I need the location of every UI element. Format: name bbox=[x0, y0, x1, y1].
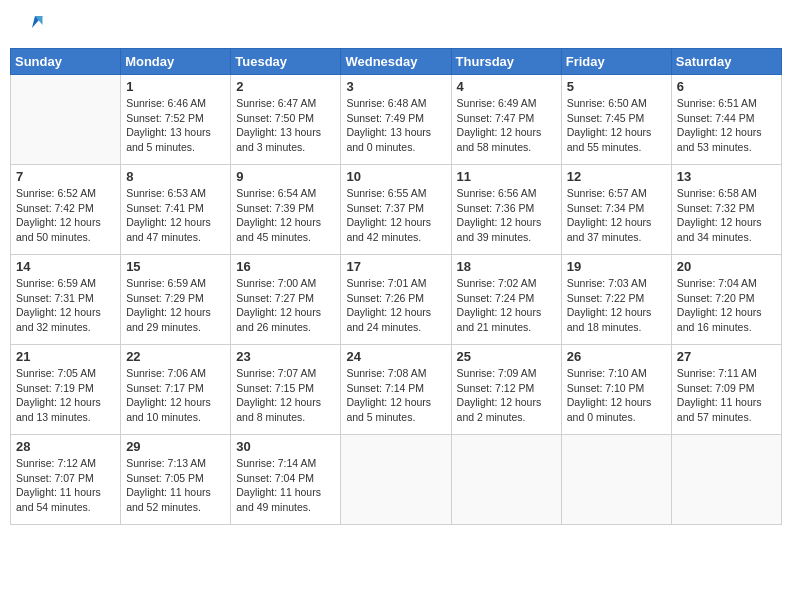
day-info-line: Sunset: 7:19 PM bbox=[16, 382, 94, 394]
day-info-line: Sunset: 7:27 PM bbox=[236, 292, 314, 304]
day-info-line: Sunrise: 6:49 AM bbox=[457, 97, 537, 109]
page-header bbox=[10, 10, 782, 40]
logo-icon bbox=[14, 10, 44, 40]
day-info-line: Sunrise: 7:12 AM bbox=[16, 457, 96, 469]
day-info-line: Daylight: 13 hours bbox=[126, 126, 211, 138]
day-info-line: Sunrise: 7:06 AM bbox=[126, 367, 206, 379]
day-info-line: and 50 minutes. bbox=[16, 231, 91, 243]
day-info: Sunrise: 7:03 AMSunset: 7:22 PMDaylight:… bbox=[567, 276, 666, 335]
day-info-line: Sunrise: 7:05 AM bbox=[16, 367, 96, 379]
day-info-line: Sunset: 7:05 PM bbox=[126, 472, 204, 484]
day-info-line: Daylight: 11 hours bbox=[126, 486, 211, 498]
day-number: 22 bbox=[126, 349, 225, 364]
day-of-week-header: Monday bbox=[121, 49, 231, 75]
day-info: Sunrise: 6:51 AMSunset: 7:44 PMDaylight:… bbox=[677, 96, 776, 155]
day-info-line: Daylight: 12 hours bbox=[677, 216, 762, 228]
calendar-header-row: SundayMondayTuesdayWednesdayThursdayFrid… bbox=[11, 49, 782, 75]
day-number: 18 bbox=[457, 259, 556, 274]
day-number: 28 bbox=[16, 439, 115, 454]
day-info-line: Daylight: 12 hours bbox=[567, 126, 652, 138]
day-info-line: Daylight: 13 hours bbox=[346, 126, 431, 138]
day-info-line: and 32 minutes. bbox=[16, 321, 91, 333]
day-info: Sunrise: 6:57 AMSunset: 7:34 PMDaylight:… bbox=[567, 186, 666, 245]
day-info: Sunrise: 6:49 AMSunset: 7:47 PMDaylight:… bbox=[457, 96, 556, 155]
day-info-line: and 3 minutes. bbox=[236, 141, 305, 153]
day-info-line: and 0 minutes. bbox=[567, 411, 636, 423]
day-info-line: Sunset: 7:52 PM bbox=[126, 112, 204, 124]
day-info: Sunrise: 7:09 AMSunset: 7:12 PMDaylight:… bbox=[457, 366, 556, 425]
day-of-week-header: Friday bbox=[561, 49, 671, 75]
day-info-line: Sunset: 7:15 PM bbox=[236, 382, 314, 394]
day-info-line: Daylight: 12 hours bbox=[236, 216, 321, 228]
day-number: 7 bbox=[16, 169, 115, 184]
calendar-cell: 25Sunrise: 7:09 AMSunset: 7:12 PMDayligh… bbox=[451, 345, 561, 435]
calendar-cell: 21Sunrise: 7:05 AMSunset: 7:19 PMDayligh… bbox=[11, 345, 121, 435]
day-info: Sunrise: 7:02 AMSunset: 7:24 PMDaylight:… bbox=[457, 276, 556, 335]
day-number: 1 bbox=[126, 79, 225, 94]
day-info-line: Sunrise: 6:57 AM bbox=[567, 187, 647, 199]
day-info-line: and 29 minutes. bbox=[126, 321, 201, 333]
day-info-line: Sunrise: 6:59 AM bbox=[126, 277, 206, 289]
day-info-line: Sunset: 7:12 PM bbox=[457, 382, 535, 394]
day-info-line: Sunset: 7:49 PM bbox=[346, 112, 424, 124]
day-info-line: Daylight: 12 hours bbox=[126, 216, 211, 228]
calendar-cell: 13Sunrise: 6:58 AMSunset: 7:32 PMDayligh… bbox=[671, 165, 781, 255]
day-info-line: and 57 minutes. bbox=[677, 411, 752, 423]
day-info: Sunrise: 7:10 AMSunset: 7:10 PMDaylight:… bbox=[567, 366, 666, 425]
day-info-line: and 8 minutes. bbox=[236, 411, 305, 423]
day-number: 29 bbox=[126, 439, 225, 454]
day-of-week-header: Saturday bbox=[671, 49, 781, 75]
calendar-cell: 9Sunrise: 6:54 AMSunset: 7:39 PMDaylight… bbox=[231, 165, 341, 255]
day-info-line: and 5 minutes. bbox=[126, 141, 195, 153]
day-info-line: and 54 minutes. bbox=[16, 501, 91, 513]
day-info-line: Daylight: 12 hours bbox=[457, 396, 542, 408]
day-info-line: Sunset: 7:41 PM bbox=[126, 202, 204, 214]
day-number: 19 bbox=[567, 259, 666, 274]
day-info-line: and 52 minutes. bbox=[126, 501, 201, 513]
day-info-line: Sunrise: 7:13 AM bbox=[126, 457, 206, 469]
day-number: 26 bbox=[567, 349, 666, 364]
day-info-line: Daylight: 12 hours bbox=[346, 306, 431, 318]
day-info-line: Sunset: 7:22 PM bbox=[567, 292, 645, 304]
week-row: 1Sunrise: 6:46 AMSunset: 7:52 PMDaylight… bbox=[11, 75, 782, 165]
calendar-cell: 16Sunrise: 7:00 AMSunset: 7:27 PMDayligh… bbox=[231, 255, 341, 345]
day-info-line: Sunset: 7:45 PM bbox=[567, 112, 645, 124]
day-info-line: Daylight: 13 hours bbox=[236, 126, 321, 138]
day-info-line: Sunset: 7:10 PM bbox=[567, 382, 645, 394]
day-info-line: Sunrise: 7:14 AM bbox=[236, 457, 316, 469]
day-info-line: Daylight: 12 hours bbox=[567, 306, 652, 318]
day-info-line: and 37 minutes. bbox=[567, 231, 642, 243]
day-info-line: Sunset: 7:36 PM bbox=[457, 202, 535, 214]
calendar-cell: 10Sunrise: 6:55 AMSunset: 7:37 PMDayligh… bbox=[341, 165, 451, 255]
day-info-line: Sunrise: 7:10 AM bbox=[567, 367, 647, 379]
day-info-line: Sunrise: 6:54 AM bbox=[236, 187, 316, 199]
day-info-line: Sunrise: 7:08 AM bbox=[346, 367, 426, 379]
day-info-line: Sunset: 7:26 PM bbox=[346, 292, 424, 304]
day-info-line: and 34 minutes. bbox=[677, 231, 752, 243]
day-info-line: Daylight: 12 hours bbox=[236, 306, 321, 318]
calendar-cell bbox=[561, 435, 671, 525]
day-number: 25 bbox=[457, 349, 556, 364]
day-number: 20 bbox=[677, 259, 776, 274]
day-info-line: and 26 minutes. bbox=[236, 321, 311, 333]
week-row: 7Sunrise: 6:52 AMSunset: 7:42 PMDaylight… bbox=[11, 165, 782, 255]
day-info-line: Sunrise: 6:50 AM bbox=[567, 97, 647, 109]
day-info-line: Daylight: 11 hours bbox=[16, 486, 101, 498]
day-info: Sunrise: 7:11 AMSunset: 7:09 PMDaylight:… bbox=[677, 366, 776, 425]
calendar-cell: 19Sunrise: 7:03 AMSunset: 7:22 PMDayligh… bbox=[561, 255, 671, 345]
day-number: 4 bbox=[457, 79, 556, 94]
day-info-line: Daylight: 11 hours bbox=[677, 396, 762, 408]
day-info-line: Sunrise: 7:09 AM bbox=[457, 367, 537, 379]
day-number: 13 bbox=[677, 169, 776, 184]
day-info: Sunrise: 6:59 AMSunset: 7:29 PMDaylight:… bbox=[126, 276, 225, 335]
day-info-line: Daylight: 12 hours bbox=[126, 396, 211, 408]
calendar-cell: 11Sunrise: 6:56 AMSunset: 7:36 PMDayligh… bbox=[451, 165, 561, 255]
day-info-line: and 39 minutes. bbox=[457, 231, 532, 243]
day-number: 10 bbox=[346, 169, 445, 184]
day-info-line: Sunset: 7:29 PM bbox=[126, 292, 204, 304]
day-info-line: Daylight: 12 hours bbox=[346, 216, 431, 228]
day-info-line: Sunset: 7:34 PM bbox=[567, 202, 645, 214]
day-info-line: Sunset: 7:07 PM bbox=[16, 472, 94, 484]
day-number: 11 bbox=[457, 169, 556, 184]
day-info: Sunrise: 7:06 AMSunset: 7:17 PMDaylight:… bbox=[126, 366, 225, 425]
